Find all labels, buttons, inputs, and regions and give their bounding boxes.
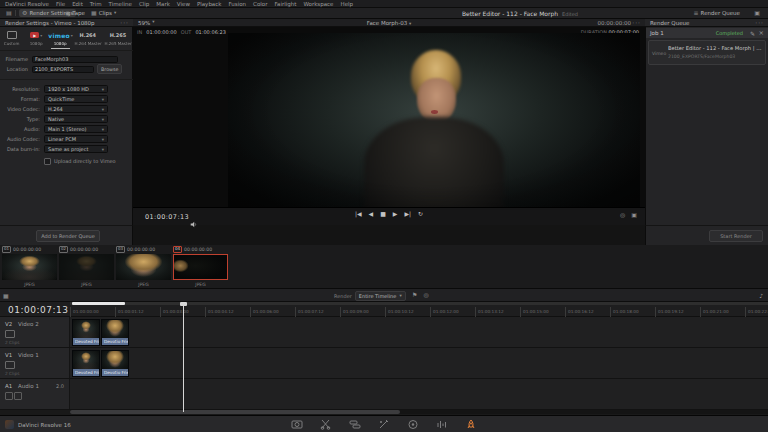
timeline-scrollbar[interactable]	[70, 410, 768, 414]
preset-custom[interactable]: Custom	[0, 29, 24, 49]
ellipsis-icon[interactable]: ···	[120, 19, 129, 26]
clip-thumbnail[interactable]	[59, 254, 114, 280]
audio-mute-icon[interactable]	[14, 392, 22, 400]
flag-marker-icon[interactable]: ⚑	[412, 292, 417, 298]
media-page-icon[interactable]	[290, 418, 304, 431]
render-job-row[interactable]: Job 1 Completed ✎ ×	[646, 28, 768, 38]
render-mode-dropdown[interactable]: Entire Timeline ▾	[355, 291, 406, 301]
render-queue-button[interactable]: ≡ Render Queue	[691, 9, 743, 17]
render-queue-header: Render Queue ···	[645, 19, 768, 27]
deliver-page-icon[interactable]	[464, 418, 478, 431]
panel-toggle-icon[interactable]: ▤	[3, 9, 15, 17]
clip-index-badge: 02	[59, 246, 68, 253]
timeline-ruler[interactable]: 01:00:07:13 01:00:00:0001:00:01:12 01:00…	[0, 302, 768, 317]
menu-color[interactable]: Color	[253, 1, 267, 7]
playhead-handle[interactable]	[180, 302, 187, 306]
preset-youtube[interactable]: ▶▾ 1080p	[24, 29, 48, 49]
snapshot-icon[interactable]: ◎	[423, 292, 428, 298]
ellipsis-icon[interactable]: ···	[632, 19, 641, 26]
strip-clip-2[interactable]: 02 00:00:00:00 JPEG	[59, 246, 114, 288]
edit-page-icon[interactable]	[348, 418, 362, 431]
timeline-view-icon[interactable]: ▦	[3, 292, 9, 299]
clips-dropdown[interactable]: ▦ Clips ▾	[88, 9, 119, 17]
timeline-clip[interactable]: Devoted Frie...	[72, 319, 100, 346]
video-codec-select[interactable]: H.264▾	[44, 105, 108, 113]
video-preview[interactable]	[228, 33, 640, 207]
track-v1-header[interactable]: V1 Video 1 2 Clips	[0, 348, 70, 378]
menu-playback[interactable]: Playback	[197, 1, 222, 7]
track-v1-lane[interactable]: Devoted Frie... Devotio Frie...	[70, 348, 768, 378]
menu-clip[interactable]: Clip	[139, 1, 149, 7]
stop-icon[interactable]: ■	[380, 211, 386, 217]
track-enable-icon[interactable]	[5, 330, 15, 338]
cut-page-icon[interactable]	[319, 418, 333, 431]
timeline-clip[interactable]: Devotio Frie...	[101, 319, 129, 346]
viewer-clip-selector[interactable]: Face Morph-03 ▾	[133, 20, 645, 27]
audio-meters-icon[interactable]: ♪	[759, 292, 763, 299]
last-frame-icon[interactable]: ▶|	[404, 211, 411, 217]
viewer-timecode-field[interactable]: 00:00:00:00	[597, 20, 631, 26]
menu-davinci-resolve[interactable]: DaVinci Resolve	[5, 1, 49, 7]
menu-file[interactable]: File	[56, 1, 65, 7]
menu-timeline[interactable]: Timeline	[109, 1, 132, 7]
menu-view[interactable]: View	[177, 1, 190, 7]
preset-h265[interactable]: H.265 H.265 Master	[103, 29, 133, 49]
filename-input[interactable]	[32, 56, 118, 63]
menu-fusion[interactable]: Fusion	[228, 1, 246, 7]
audio-arm-icon[interactable]	[5, 392, 13, 400]
resolution-select[interactable]: 1920 x 1080 HD▾	[44, 85, 108, 93]
format-select[interactable]: QuickTime▾	[44, 95, 108, 103]
timeline-zoom-range[interactable]	[70, 302, 768, 305]
render-queue-icon: ≡	[694, 10, 699, 16]
add-to-render-queue-button[interactable]: Add to Render Queue	[36, 230, 100, 242]
strip-clip-4-selected[interactable]: 04 00:00:00:00 JPEG	[173, 246, 228, 288]
clip-thumbnail[interactable]	[173, 254, 228, 280]
menu-workspace[interactable]: Workspace	[303, 1, 333, 7]
clip-index-badge: 01	[2, 246, 11, 253]
type-select[interactable]: Native▾	[44, 115, 108, 123]
loop-icon[interactable]: ↻	[418, 211, 423, 217]
menu-trim[interactable]: Trim	[90, 1, 102, 7]
fairlight-page-icon[interactable]	[435, 418, 449, 431]
timeline-clip[interactable]: Devoted Frie...	[72, 350, 100, 377]
play-icon[interactable]: ▶	[393, 211, 398, 217]
menu-fairlight[interactable]: Fairlight	[274, 1, 296, 7]
preset-h264[interactable]: H.264 H.264 Master	[73, 29, 103, 49]
clip-thumbnail[interactable]	[116, 254, 171, 280]
fusion-page-icon[interactable]	[377, 418, 391, 431]
track-v2-lane[interactable]: Devoted Frie... Devotio Frie...	[70, 317, 768, 347]
start-render-button[interactable]: Start Render	[709, 230, 763, 242]
step-back-icon[interactable]: ◀	[369, 211, 374, 217]
location-input[interactable]	[32, 66, 94, 73]
track-enable-icon[interactable]	[5, 361, 15, 369]
scrollbar-thumb[interactable]	[70, 410, 400, 414]
color-page-icon[interactable]	[406, 418, 420, 431]
track-a1-header[interactable]: A1 Audio 1 2.0	[0, 379, 70, 409]
delete-job-icon[interactable]: ×	[759, 29, 764, 37]
audio-select[interactable]: Main 1 (Stereo)▾	[44, 125, 108, 133]
upload-vimeo-checkbox[interactable]	[44, 158, 51, 165]
data-burn-in-select[interactable]: Same as project▾	[44, 145, 108, 153]
menu-mark[interactable]: Mark	[156, 1, 170, 7]
track-a1-lane[interactable]	[70, 379, 768, 409]
workspace-panel-icon[interactable]: ▣	[751, 9, 763, 17]
first-frame-icon[interactable]: |◀	[355, 211, 362, 217]
edit-pencil-icon[interactable]: ✎	[750, 30, 755, 37]
audio-codec-select[interactable]: Linear PCM▾	[44, 135, 108, 143]
tape-button[interactable]: ◉ Tape	[62, 9, 88, 17]
expand-icon[interactable]: ▣	[631, 212, 637, 218]
speaker-icon[interactable]	[190, 213, 197, 232]
timeline-clip[interactable]: Devotio Frie...	[101, 350, 129, 377]
menu-help[interactable]: Help	[341, 1, 354, 7]
snapshot-icon[interactable]: ◎	[620, 212, 625, 218]
ellipsis-icon[interactable]: ···	[755, 19, 764, 26]
track-v2-header[interactable]: V2 Video 2 2 Clips	[0, 317, 70, 347]
browse-button[interactable]: Browse	[97, 64, 122, 74]
strip-clip-1[interactable]: 01 00:00:00:00 JPEG	[2, 246, 57, 288]
playhead[interactable]	[183, 302, 184, 412]
render-job-card[interactable]: Vimeo Better Editor - 112 - Face Morph |…	[648, 40, 766, 65]
menu-edit[interactable]: Edit	[72, 1, 83, 7]
preset-vimeo[interactable]: vimeo▾ 1080p	[48, 29, 72, 49]
strip-clip-3[interactable]: 03 00:00:00:00 JPEG	[116, 246, 171, 288]
clip-thumbnail[interactable]	[2, 254, 57, 280]
